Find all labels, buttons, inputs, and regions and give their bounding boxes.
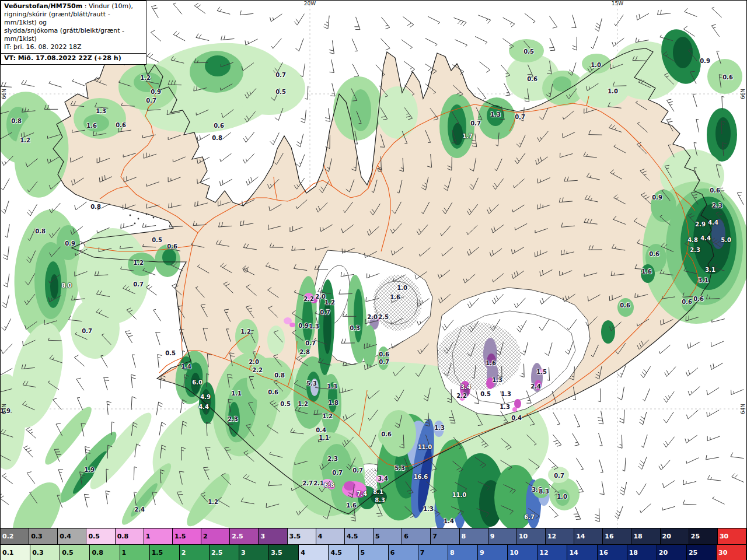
colorbar-cell: 3.5: [288, 528, 316, 544]
map-canvas: [1, 1, 746, 528]
colorbar-cell: 8: [448, 545, 478, 560]
init-time: IT: þri. 16. 08. 2022 18Z: [4, 43, 143, 51]
colorbar-cell: 9: [488, 528, 517, 544]
colorbar-cell: 7: [418, 545, 448, 560]
model-subtitle: : Vindur (10m),: [82, 2, 133, 10]
info-box: Veðurstofan/HM750m : Vindur (10m), rigni…: [1, 1, 146, 65]
colorbar-cell: 0.4: [58, 528, 86, 544]
colorbar-cell: 12: [546, 528, 574, 544]
colorbar-cell: 5: [359, 545, 389, 560]
colorbar-cell: 12: [537, 545, 567, 560]
model-name: Veðurstofan/HM750m: [4, 2, 82, 10]
legend-line-snow: slydda/snjókoma (grátt/bleikt/grænt - mm…: [4, 27, 143, 43]
colorbar-cell: 16: [598, 545, 627, 560]
colorbar-cell: 30: [717, 545, 746, 560]
info-text: Veðurstofan/HM750m : Vindur (10m), rigni…: [1, 1, 146, 53]
colorbar-legend: 0.20.30.40.50.811.522.533.544.5567891012…: [1, 528, 746, 560]
colorbar-cell: 6: [402, 528, 431, 544]
colorbar-cell: 25: [689, 528, 718, 544]
colorbar-cell: 3: [259, 528, 287, 544]
colorbar-cell: 16: [603, 528, 631, 544]
colorbar-cell: 3.5: [269, 545, 299, 560]
colorbar-cell: 6: [389, 545, 418, 560]
colorbar-cell: 1.5: [173, 528, 201, 544]
colorbar-cell: 8: [460, 528, 488, 544]
colorbar-cell: 10: [517, 528, 546, 544]
colorbar-cell: 0.1: [1, 545, 30, 560]
colorbar-cell: 5: [374, 528, 402, 544]
colorbar-sleet-snow: 0.20.30.40.50.811.522.533.544.5567891012…: [1, 528, 746, 545]
colorbar-cell: 2.5: [210, 545, 239, 560]
colorbar-cell: 30: [718, 528, 746, 544]
colorbar-cell: 4.5: [345, 528, 374, 544]
colorbar-rain: 0.10.30.50.811.522.533.544.5567891012141…: [1, 545, 746, 560]
latitude-label-right: 64N: [741, 404, 746, 414]
legend-line-rain: rigning/skúrir (grænt/blátt/rautt - mm/1…: [4, 10, 143, 27]
latitude-label-left: 64N: [2, 404, 7, 414]
weather-map-frame: 0.70.51.20.90.71.30.81.60.61.20.60.80.80…: [0, 0, 747, 560]
colorbar-cell: 18: [631, 528, 660, 544]
colorbar-cell: 9: [478, 545, 508, 560]
colorbar-cell: 0.5: [60, 545, 90, 560]
colorbar-cell: 0.3: [29, 528, 58, 544]
title-line: Veðurstofan/HM750m : Vindur (10m),: [4, 2, 143, 10]
valid-time: VT: Mið. 17.08.2022 22Z (+28 h): [1, 53, 146, 64]
latitude-label-left: 66N: [2, 89, 7, 99]
colorbar-cell: 2: [180, 545, 210, 560]
colorbar-cell: 2.5: [230, 528, 259, 544]
colorbar-cell: 1: [120, 545, 150, 560]
longitude-label: 20W: [304, 1, 316, 6]
longitude-label: 15W: [612, 1, 623, 6]
colorbar-cell: 18: [627, 545, 657, 560]
colorbar-cell: 4: [299, 545, 329, 560]
colorbar-cell: 0.2: [1, 528, 29, 544]
colorbar-cell: 0.8: [90, 545, 120, 560]
colorbar-cell: 3: [239, 545, 269, 560]
colorbar-cell: 2: [201, 528, 230, 544]
colorbar-cell: 1.5: [150, 545, 180, 560]
map-area: 0.70.51.20.90.71.30.81.60.61.20.60.80.80…: [1, 1, 746, 528]
colorbar-cell: 20: [661, 528, 689, 544]
colorbar-cell: 25: [687, 545, 717, 560]
colorbar-cell: 14: [567, 545, 597, 560]
colorbar-cell: 4.5: [329, 545, 358, 560]
colorbar-cell: 7: [431, 528, 459, 544]
latitude-label-right: 66N: [741, 89, 746, 99]
colorbar-cell: 20: [657, 545, 687, 560]
colorbar-cell: 4: [316, 528, 345, 544]
colorbar-cell: 0.8: [116, 528, 144, 544]
colorbar-cell: 1: [144, 528, 173, 544]
colorbar-cell: 14: [574, 528, 603, 544]
colorbar-cell: 0.3: [30, 545, 60, 560]
colorbar-cell: 10: [508, 545, 537, 560]
colorbar-cell: 0.5: [86, 528, 115, 544]
